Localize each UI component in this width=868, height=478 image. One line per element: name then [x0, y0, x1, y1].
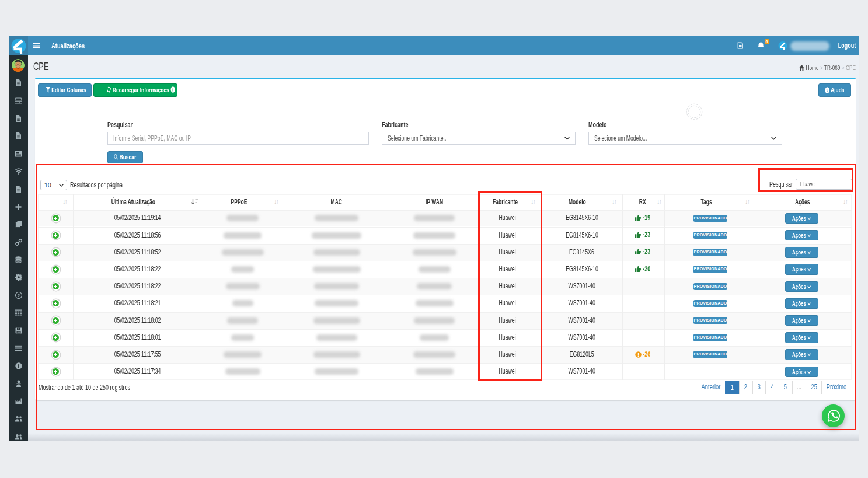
svg-text:?: ? — [827, 88, 828, 92]
svg-text:?: ? — [17, 292, 20, 298]
